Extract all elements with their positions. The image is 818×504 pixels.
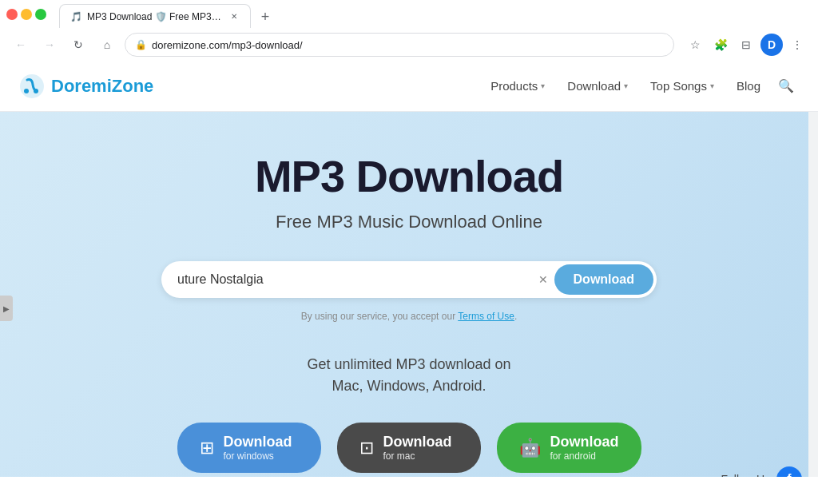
mac-icon: ⊡ bbox=[359, 438, 374, 458]
minimize-window-button[interactable]: − bbox=[21, 9, 32, 20]
facebook-icon[interactable]: f bbox=[776, 466, 802, 477]
profile-avatar[interactable]: D bbox=[760, 34, 783, 56]
follow-us-label: Follow Us bbox=[721, 473, 770, 477]
lock-icon: 🔒 bbox=[135, 39, 147, 50]
chevron-down-icon: ▾ bbox=[710, 81, 714, 90]
active-tab[interactable]: 🎵 MP3 Download 🛡️ Free MP3 M... ✕ bbox=[59, 4, 251, 28]
search-download-button[interactable]: Download bbox=[554, 264, 653, 295]
terms-link[interactable]: Terms of Use bbox=[458, 311, 514, 322]
site-nav: DoremiZone Products ▾ Download ▾ Top Son… bbox=[0, 61, 818, 112]
nav-item-products[interactable]: Products ▾ bbox=[481, 73, 554, 99]
extensions-icon[interactable]: 🧩 bbox=[709, 34, 732, 56]
hero-section: ▶ MP3 Download Free MP3 Music Download O… bbox=[0, 112, 818, 477]
logo-text: DoremiZone bbox=[51, 76, 153, 97]
hero-subtitle: Free MP3 Music Download Online bbox=[19, 212, 799, 232]
maximize-window-button[interactable]: □ bbox=[35, 9, 46, 20]
tab-close-button[interactable]: ✕ bbox=[228, 10, 240, 23]
download-windows-button[interactable]: ⊞ Download for windows bbox=[177, 423, 321, 473]
download-mac-button[interactable]: ⊡ Download for mac bbox=[337, 423, 481, 473]
nav-menu: Products ▾ Download ▾ Top Songs ▾ Blog 🔍 bbox=[481, 73, 799, 99]
windows-icon: ⊞ bbox=[200, 438, 214, 458]
hero-title: MP3 Download bbox=[19, 150, 799, 202]
window-controls: ✕ − □ bbox=[6, 9, 46, 20]
search-input[interactable] bbox=[177, 272, 532, 287]
url-bar[interactable]: 🔒 doremizone.com/mp3-download/ bbox=[125, 33, 674, 57]
close-window-button[interactable]: ✕ bbox=[6, 9, 18, 20]
browser-chrome: ✕ − □ 🎵 MP3 Download 🛡️ Free MP3 M... ✕ … bbox=[0, 0, 818, 61]
nav-item-top-songs[interactable]: Top Songs ▾ bbox=[641, 73, 724, 99]
menu-icon[interactable]: ⋮ bbox=[786, 34, 808, 56]
url-text: doremizone.com/mp3-download/ bbox=[152, 39, 664, 51]
nav-item-blog[interactable]: Blog bbox=[727, 73, 770, 99]
website-content: DoremiZone Products ▾ Download ▾ Top Son… bbox=[0, 61, 818, 477]
terms-text: By using our service, you accept our Ter… bbox=[19, 311, 799, 322]
side-arrow-button[interactable]: ▶ bbox=[0, 296, 13, 321]
forward-button[interactable]: → bbox=[38, 34, 61, 56]
download-android-button[interactable]: 🤖 Download for android bbox=[497, 423, 641, 473]
cast-icon[interactable]: ⊟ bbox=[735, 34, 757, 56]
search-icon[interactable]: 🔍 bbox=[773, 73, 799, 99]
search-clear-button[interactable]: ✕ bbox=[532, 268, 554, 291]
site-logo[interactable]: DoremiZone bbox=[19, 73, 153, 99]
chevron-down-icon: ▾ bbox=[624, 81, 628, 90]
svg-point-1 bbox=[24, 89, 29, 93]
new-tab-button[interactable]: + bbox=[254, 6, 276, 28]
chevron-down-icon: ▾ bbox=[541, 81, 545, 90]
tab-title: MP3 Download 🛡️ Free MP3 M... bbox=[87, 11, 223, 22]
download-buttons: ⊞ Download for windows ⊡ Download for ma… bbox=[19, 423, 799, 473]
download-android-text: Download for android bbox=[550, 434, 619, 462]
tab-favicon: 🎵 bbox=[69, 10, 82, 23]
toolbar-icons: ☆ 🧩 ⊟ D ⋮ bbox=[684, 34, 808, 56]
tab-bar: 🎵 MP3 Download 🛡️ Free MP3 M... ✕ + bbox=[53, 1, 812, 28]
address-bar: ← → ↻ ⌂ 🔒 doremizone.com/mp3-download/ ☆… bbox=[0, 29, 818, 61]
back-button[interactable]: ← bbox=[10, 34, 32, 56]
follow-us: Follow Us f bbox=[721, 466, 802, 477]
logo-icon bbox=[19, 73, 45, 99]
title-bar: ✕ − □ 🎵 MP3 Download 🛡️ Free MP3 M... ✕ … bbox=[0, 0, 818, 29]
download-mac-text: Download for mac bbox=[383, 434, 452, 462]
search-bar: ✕ Download bbox=[161, 261, 657, 298]
home-button[interactable]: ⌂ bbox=[96, 34, 118, 56]
refresh-button[interactable]: ↻ bbox=[67, 34, 89, 56]
android-icon: 🤖 bbox=[519, 438, 541, 458]
download-windows-text: Download for windows bbox=[224, 434, 292, 462]
bookmark-icon[interactable]: ☆ bbox=[684, 34, 706, 56]
nav-item-download[interactable]: Download ▾ bbox=[558, 73, 637, 99]
scrollbar[interactable] bbox=[808, 61, 818, 477]
svg-point-2 bbox=[34, 89, 38, 93]
unlimited-text: Get unlimited MP3 download on Mac, Windo… bbox=[19, 354, 799, 397]
